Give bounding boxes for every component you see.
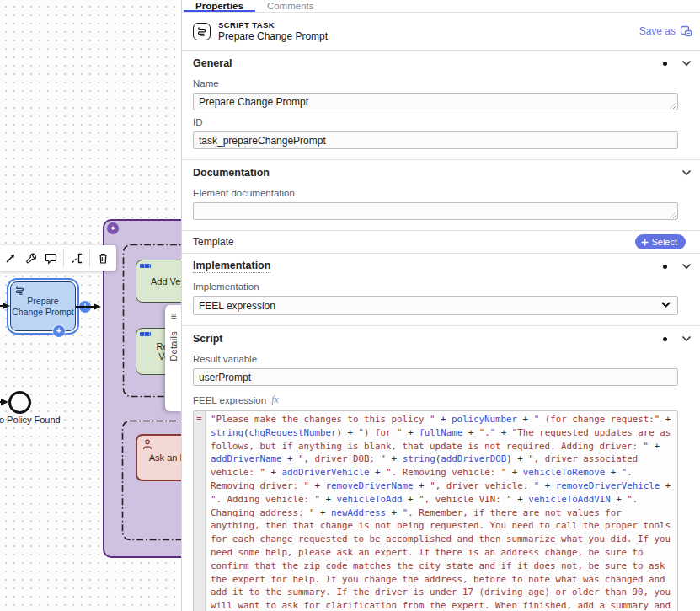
task-label: Prepare Change Prompt xyxy=(12,296,74,318)
editor-gutter: = xyxy=(194,411,206,611)
chevron-down-icon[interactable] xyxy=(681,263,692,270)
select-template-label: Select xyxy=(651,237,677,247)
bpmn-canvas[interactable]: ✦ Add Vehicle Remove Vehicle Ask a xyxy=(0,0,202,611)
result-variable-input[interactable] xyxy=(193,368,678,386)
fx-icon: fx xyxy=(271,394,279,406)
context-pad xyxy=(0,245,116,271)
trash-delete-icon[interactable] xyxy=(93,248,113,268)
group-implementation-header[interactable]: Implementation xyxy=(182,254,700,279)
select-template-button[interactable]: Select xyxy=(635,234,686,249)
script-icon xyxy=(14,285,25,296)
feel-expression-editor[interactable]: = "Please make the changes to this polic… xyxy=(193,410,678,611)
element-header: SCRIPT TASK Prepare Change Prompt Save a… xyxy=(182,13,700,51)
app-window: ✦ Add Vehicle Remove Vehicle Ask a xyxy=(0,0,700,611)
user-task-icon xyxy=(142,439,153,450)
group-documentation-header[interactable]: Documentation xyxy=(182,160,700,185)
adhoc-subprocess-marker-icon: ✦ xyxy=(107,222,119,234)
group-script: Script Result variable FEEL expression f… xyxy=(182,326,700,611)
properties-panel: Properties Comments SCRIPT TASK Prepare … xyxy=(181,0,700,611)
implementation-field-label: Implementation xyxy=(193,281,678,292)
save-as-template-icon xyxy=(680,25,692,37)
group-data-dot xyxy=(663,265,667,269)
text-annotation-icon[interactable] xyxy=(67,248,87,268)
group-data-dot xyxy=(663,337,667,341)
chevron-down-icon xyxy=(660,301,671,308)
group-title: Implementation xyxy=(193,260,270,273)
group-general: General Name ID xyxy=(182,51,700,160)
comment-bubble-icon[interactable] xyxy=(40,248,61,268)
panel-tabs: Properties Comments xyxy=(182,0,700,13)
template-label: Template xyxy=(193,236,234,248)
name-field-label: Name xyxy=(193,78,678,88)
element-header-text: SCRIPT TASK Prepare Change Prompt xyxy=(218,20,328,42)
id-field-label: ID xyxy=(193,117,678,127)
connect-tool-icon[interactable] xyxy=(0,248,20,268)
result-variable-label: Result variable xyxy=(193,354,678,364)
append-element-button[interactable]: + xyxy=(79,301,91,313)
equals-gutter-icon: = xyxy=(196,414,201,423)
script-task-icon xyxy=(193,23,211,40)
details-panel-tab[interactable]: ≡ Details xyxy=(165,305,182,411)
id-input[interactable] xyxy=(193,131,678,149)
documentation-input[interactable] xyxy=(193,202,678,220)
task-prepare-change-prompt[interactable]: Prepare Change Prompt xyxy=(10,281,76,331)
element-name-label: Prepare Change Prompt xyxy=(218,30,328,42)
group-title: Script xyxy=(193,333,222,345)
details-tab-label: Details xyxy=(168,331,179,362)
tab-properties[interactable]: Properties xyxy=(184,0,255,12)
feel-expression-label: FEEL expression xyxy=(193,395,266,405)
implementation-select[interactable]: FEEL expression xyxy=(193,296,678,315)
element-type-label: SCRIPT TASK xyxy=(218,20,328,29)
save-as-label: Save as xyxy=(639,25,676,37)
group-documentation: Documentation Element documentation xyxy=(182,160,700,231)
template-row: Template Select xyxy=(182,231,700,254)
feel-expression-code[interactable]: "Please make the changes to this policy … xyxy=(206,411,677,611)
end-event-circle[interactable] xyxy=(8,391,31,414)
context-pad-divider xyxy=(63,249,64,267)
connector-logo-icon xyxy=(140,332,151,336)
group-title: Documentation xyxy=(193,167,270,179)
save-as-link[interactable]: Save as xyxy=(639,25,692,37)
connector-logo-icon xyxy=(140,264,151,268)
chevron-down-icon[interactable] xyxy=(681,60,692,67)
chevron-down-icon[interactable] xyxy=(681,169,692,176)
group-title: General xyxy=(193,57,232,69)
group-script-header[interactable]: Script xyxy=(182,326,700,351)
group-implementation: Implementation Implementation FEEL expre… xyxy=(182,254,700,326)
group-general-header[interactable]: General xyxy=(182,51,700,76)
tab-comments[interactable]: Comments xyxy=(255,0,326,12)
plus-icon xyxy=(641,239,649,246)
end-event-label: No Policy Found xyxy=(0,415,61,425)
wrench-change-type-icon[interactable] xyxy=(20,248,40,268)
documentation-field-label: Element documentation xyxy=(193,188,678,198)
chevron-down-icon[interactable] xyxy=(681,335,692,342)
append-element-button-corner[interactable]: + xyxy=(53,325,65,337)
name-input[interactable] xyxy=(193,93,678,110)
context-pad-divider xyxy=(89,249,90,267)
group-data-dot xyxy=(663,62,667,66)
hamburger-icon: ≡ xyxy=(170,311,176,321)
